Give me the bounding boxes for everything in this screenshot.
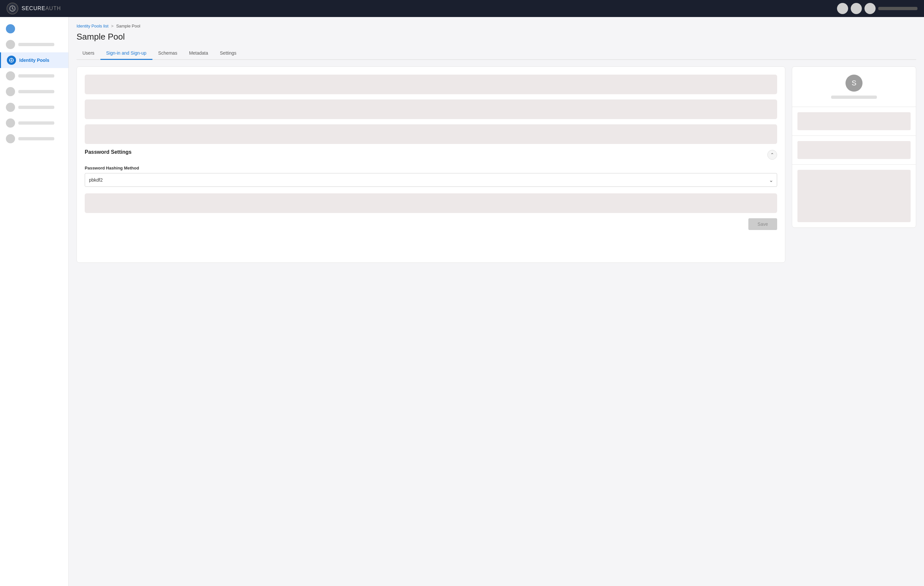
right-panel: S [792, 66, 916, 228]
tab-users[interactable]: Users [76, 47, 101, 60]
sidebar: Identity Pools [0, 17, 69, 586]
breadcrumb: Identity Pools list > Sample Pool [76, 23, 916, 28]
hashing-method-label: Password Hashing Method [85, 165, 777, 170]
save-btn-row: Save [85, 218, 777, 230]
password-settings-header: Password Settings ⌃ [85, 149, 777, 160]
tab-signin-signup[interactable]: Sign-in and Sign-up [101, 47, 152, 60]
sidebar-text-2 [18, 74, 54, 78]
hashing-method-select-wrapper: pbkdf2 bcrypt argon2 scrypt ⌄ [85, 173, 777, 187]
right-panel-skeleton-1 [797, 112, 911, 130]
skeleton-block-3 [85, 124, 777, 144]
sidebar-item-5[interactable] [0, 115, 68, 131]
panel-name-placeholder [831, 96, 877, 99]
main-card: Password Settings ⌃ Password Hashing Met… [76, 66, 785, 263]
sidebar-text-6 [18, 137, 54, 140]
right-panel-skeleton-tall [797, 170, 911, 222]
sidebar-text-5 [18, 121, 54, 125]
brand-name: SECUREAUTH [21, 5, 61, 12]
sidebar-identity-label: Identity Pools [19, 58, 50, 63]
sidebar-item-3[interactable] [0, 84, 68, 99]
right-panel-header: S [792, 67, 916, 107]
sidebar-item-1[interactable] [0, 36, 68, 52]
skeleton-block-1 [85, 74, 777, 94]
skeleton-block-bottom [85, 193, 777, 213]
sidebar-icon-4 [6, 103, 15, 112]
skeleton-block-2 [85, 99, 777, 119]
nav-placeholder [878, 7, 917, 10]
sidebar-item-2[interactable] [0, 68, 68, 84]
tab-schemas[interactable]: Schemas [152, 47, 183, 60]
password-settings-title: Password Settings [85, 149, 132, 155]
brand-logo-area: SECUREAUTH [7, 3, 61, 15]
identity-pools-icon [7, 56, 16, 65]
nav-avatar-1[interactable] [837, 3, 848, 14]
password-settings-toggle[interactable]: ⌃ [767, 150, 777, 160]
sidebar-icon-2 [6, 71, 15, 81]
sidebar-item-4[interactable] [0, 99, 68, 115]
main-content: Identity Pools list > Sample Pool Sample… [69, 17, 924, 586]
breadcrumb-current: Sample Pool [116, 23, 140, 28]
nav-avatar-3[interactable] [865, 3, 876, 14]
save-button[interactable]: Save [748, 218, 777, 230]
sidebar-item-6[interactable] [0, 131, 68, 147]
nav-avatar-2[interactable] [851, 3, 862, 14]
app-layout: Identity Pools Identity Pools list > [0, 17, 924, 586]
sidebar-icon-5 [6, 119, 15, 128]
tab-metadata[interactable]: Metadata [183, 47, 214, 60]
top-navigation: SECUREAUTH [0, 0, 924, 17]
sidebar-item-top-icon [0, 21, 68, 36]
topnav-right [837, 3, 917, 14]
sidebar-text-4 [18, 106, 54, 109]
sidebar-top-icon [6, 24, 15, 33]
sidebar-icon-3 [6, 87, 15, 96]
right-panel-section-1 [792, 107, 916, 136]
right-panel-section-2 [792, 136, 916, 165]
breadcrumb-separator: > [111, 23, 114, 28]
sidebar-text-1 [18, 43, 54, 46]
sidebar-text-3 [18, 90, 54, 93]
right-panel-section-3 [792, 165, 916, 228]
page-title: Sample Pool [76, 32, 916, 42]
hashing-method-select[interactable]: pbkdf2 bcrypt argon2 scrypt [85, 173, 777, 187]
tab-settings[interactable]: Settings [214, 47, 243, 60]
brand-icon [7, 3, 18, 15]
sidebar-item-identity-pools[interactable]: Identity Pools [0, 52, 68, 68]
sidebar-icon-1 [6, 40, 15, 49]
tabs-bar: Users Sign-in and Sign-up Schemas Metada… [76, 47, 916, 60]
content-row: Password Settings ⌃ Password Hashing Met… [76, 66, 916, 263]
right-panel-skeleton-2 [797, 141, 911, 159]
sidebar-icon-6 [6, 134, 15, 143]
svg-point-2 [11, 59, 12, 61]
panel-avatar: S [845, 74, 863, 92]
breadcrumb-link[interactable]: Identity Pools list [76, 23, 109, 28]
